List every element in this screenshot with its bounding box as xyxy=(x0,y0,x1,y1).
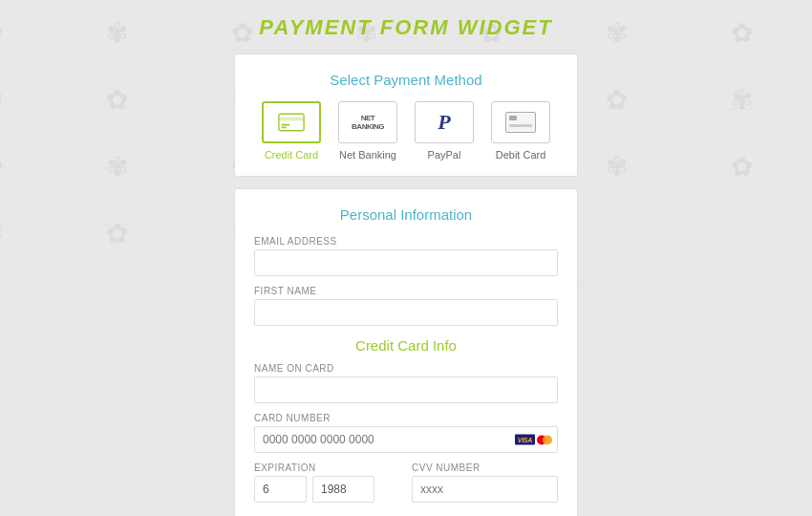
payment-method-title: Select Payment Method xyxy=(254,72,558,88)
email-label: EMAIL ADDRESS xyxy=(254,236,558,247)
payment-option-debit-card[interactable]: Debit Card xyxy=(487,101,554,161)
svg-rect-3 xyxy=(282,126,287,128)
payment-method-card: Select Payment Method Credit Card xyxy=(234,54,578,177)
payment-option-paypal[interactable]: P PayPal xyxy=(411,101,478,161)
net-banking-icon: NET BANKING xyxy=(352,114,384,131)
svg-rect-1 xyxy=(279,118,304,121)
expiry-field-group: EXPIRATION xyxy=(254,462,400,503)
credit-card-icon xyxy=(278,113,305,132)
name-on-card-field-group: NAME ON CARD xyxy=(254,363,558,403)
card-number-label: CARD NUMBER xyxy=(254,413,558,423)
expiration-label: EXPIRATION xyxy=(254,462,400,473)
first-name-label: FIRST NAME xyxy=(254,286,558,296)
mastercard-icon xyxy=(537,435,552,445)
card-brand-icons: VISA xyxy=(515,435,552,445)
email-input[interactable] xyxy=(254,249,558,276)
debit-card-label: Debit Card xyxy=(496,149,546,161)
expiry-cvv-row: EXPIRATION CVV NUMBER xyxy=(254,462,558,512)
personal-info-title: Personal Information xyxy=(254,206,558,223)
paypal-label: PayPal xyxy=(428,149,461,161)
net-banking-label: Net Banking xyxy=(339,149,396,161)
cvv-field-group: CVV NUMBER xyxy=(412,462,558,503)
form-card: Personal Information EMAIL ADDRESS FIRST… xyxy=(234,188,578,516)
payment-option-credit-card[interactable]: Credit Card xyxy=(258,101,325,161)
visa-icon: VISA xyxy=(515,435,535,445)
payment-methods-list: Credit Card NET BANKING Net Banking P Pa… xyxy=(254,101,558,161)
card-number-input[interactable] xyxy=(254,426,558,453)
payment-option-net-banking[interactable]: NET BANKING Net Banking xyxy=(334,101,401,161)
card-number-wrapper: VISA xyxy=(254,426,558,453)
submit-wrapper: SUBMIT xyxy=(254,512,558,516)
email-field-group: EMAIL ADDRESS xyxy=(254,236,558,276)
debit-card-icon xyxy=(505,112,536,133)
name-on-card-input[interactable] xyxy=(254,376,558,403)
debit-card-icon-box xyxy=(491,101,550,143)
page-title: PAYMENT FORM WIDGET xyxy=(259,15,552,40)
expiry-year-input[interactable] xyxy=(312,476,374,503)
expiry-fields xyxy=(254,476,400,503)
paypal-icon: P xyxy=(438,110,450,135)
credit-card-icon-box xyxy=(262,101,321,143)
cvv-label: CVV NUMBER xyxy=(412,462,558,473)
svg-rect-2 xyxy=(282,124,290,126)
credit-card-label: Credit Card xyxy=(265,149,318,161)
name-on-card-label: NAME ON CARD xyxy=(254,363,558,374)
first-name-field-group: FIRST NAME xyxy=(254,286,558,326)
cvv-input[interactable] xyxy=(412,476,558,503)
first-name-input[interactable] xyxy=(254,299,558,326)
credit-card-info-title: Credit Card Info xyxy=(254,337,558,354)
paypal-icon-box: P xyxy=(415,101,474,143)
net-banking-icon-box: NET BANKING xyxy=(338,101,397,143)
card-number-field-group: CARD NUMBER VISA xyxy=(254,413,558,453)
expiry-month-input[interactable] xyxy=(254,476,307,503)
